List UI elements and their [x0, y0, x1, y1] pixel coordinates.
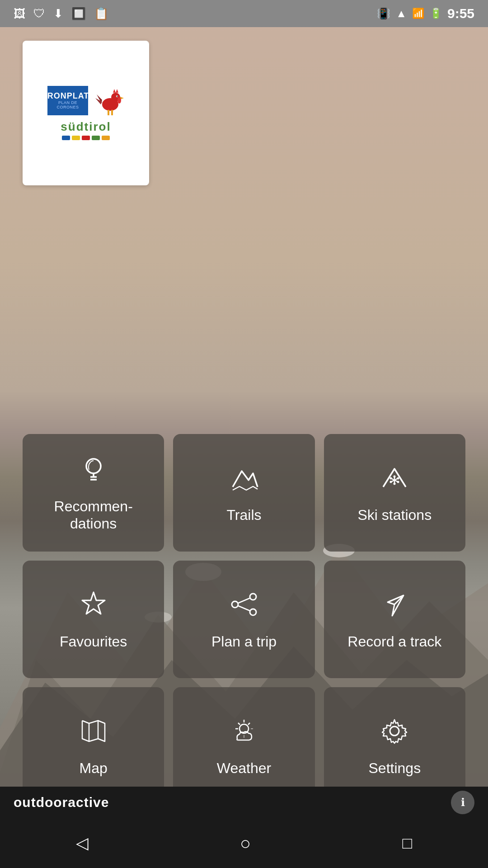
- svg-point-15: [117, 96, 118, 97]
- download-icon: ⬇: [53, 7, 63, 21]
- home-icon: ○: [240, 833, 251, 853]
- svg-point-27: [390, 477, 392, 479]
- svg-point-29: [397, 477, 399, 479]
- plan-de-corones-text: PLAN DE CORONES: [47, 100, 88, 109]
- record-track-icon: [379, 589, 410, 625]
- sudtirol-text: südtirol: [61, 120, 111, 134]
- home-button[interactable]: ○: [222, 829, 269, 858]
- main-content: KRONPLATZ PLAN DE CORONES: [0, 27, 488, 818]
- back-button[interactable]: ◁: [58, 829, 107, 857]
- status-icons-left: 🖼 🛡 ⬇ 🔲 📋: [14, 7, 108, 21]
- menu-grid: Recommen-dations Trails: [0, 434, 488, 805]
- kronplatz-text: KRONPLATZ: [41, 92, 95, 101]
- recommendations-label: Recommen-dations: [54, 498, 133, 533]
- weather-label: Weather: [217, 760, 271, 777]
- svg-point-11: [117, 97, 121, 104]
- logo-sudtirol: südtirol: [61, 120, 111, 140]
- svg-point-26: [394, 482, 396, 485]
- recent-apps-button[interactable]: □: [385, 829, 431, 857]
- color-blue: [62, 136, 70, 140]
- logo-container: KRONPLATZ PLAN DE CORONES: [23, 41, 149, 185]
- footer: outdooractive ℹ: [0, 787, 488, 818]
- trails-icon: [228, 462, 260, 498]
- lightbulb-icon: [78, 453, 109, 490]
- map-label: Map: [80, 760, 108, 777]
- logo-rooster: [93, 86, 124, 115]
- ski-stations-icon: [379, 462, 410, 498]
- logo-blue-block: KRONPLATZ PLAN DE CORONES: [47, 86, 88, 115]
- favourites-button[interactable]: Favourites: [23, 561, 164, 678]
- shield-icon: 🛡: [33, 7, 45, 21]
- back-icon: ◁: [76, 834, 89, 852]
- vibrate-icon: 📳: [377, 7, 390, 20]
- ski-stations-label: Ski stations: [358, 506, 432, 524]
- svg-point-33: [250, 594, 256, 600]
- plan-trip-icon: [228, 589, 260, 625]
- recent-apps-icon: □: [403, 834, 413, 852]
- color-red: [82, 136, 90, 140]
- svg-line-45: [248, 723, 250, 725]
- favourites-label: Favourites: [60, 633, 127, 650]
- svg-point-34: [250, 609, 256, 615]
- outdooractive-brand: outdooractive: [14, 795, 109, 810]
- svg-line-35: [238, 598, 250, 603]
- svg-point-46: [390, 726, 399, 736]
- signal-icon: 📶: [412, 8, 424, 19]
- svg-point-25: [394, 475, 396, 477]
- trails-label: Trails: [226, 506, 261, 524]
- color-yellow: [72, 136, 80, 140]
- sudtirol-color-bar: [62, 136, 110, 140]
- logo-top: KRONPLATZ PLAN DE CORONES: [47, 86, 124, 115]
- navigation-bar: ◁ ○ □: [0, 818, 488, 868]
- svg-point-32: [232, 601, 238, 608]
- plan-a-trip-label: Plan a trip: [211, 633, 277, 650]
- color-green: [92, 136, 100, 140]
- gallery-icon: 🖼: [14, 7, 25, 21]
- color-orange: [102, 136, 110, 140]
- ski-stations-button[interactable]: Ski stations: [324, 434, 465, 552]
- svg-rect-17: [111, 110, 113, 115]
- info-icon: ℹ: [461, 796, 465, 809]
- weather-icon: [228, 715, 260, 751]
- info-button[interactable]: ℹ: [451, 791, 474, 814]
- record-a-track-label: Record a track: [347, 633, 441, 650]
- battery-icon: 🔋: [430, 8, 442, 19]
- time-display: 9:55: [447, 6, 474, 21]
- svg-point-28: [397, 481, 399, 483]
- clipboard-icon: 📋: [94, 7, 108, 21]
- plan-a-trip-button[interactable]: Plan a trip: [173, 561, 314, 678]
- wifi-icon: ▲: [396, 7, 407, 20]
- svg-marker-31: [82, 592, 105, 614]
- svg-rect-16: [108, 110, 109, 115]
- record-a-track-button[interactable]: Record a track: [324, 561, 465, 678]
- recommendations-button[interactable]: Recommen-dations: [23, 434, 164, 552]
- status-bar: 🖼 🛡 ⬇ 🔲 📋 📳 ▲ 📶 🔋 9:55: [0, 0, 488, 27]
- settings-label: Settings: [369, 760, 421, 777]
- svg-point-30: [390, 481, 392, 483]
- map-icon: [78, 715, 109, 751]
- svg-line-44: [238, 723, 240, 725]
- svg-marker-10: [113, 89, 118, 93]
- svg-line-36: [238, 606, 250, 611]
- star-icon: [78, 589, 109, 625]
- navigation-icon: 🔲: [71, 7, 86, 21]
- status-right: 📳 ▲ 📶 🔋 9:55: [377, 6, 474, 21]
- trails-button[interactable]: Trails: [173, 434, 314, 552]
- gear-icon: [379, 715, 410, 751]
